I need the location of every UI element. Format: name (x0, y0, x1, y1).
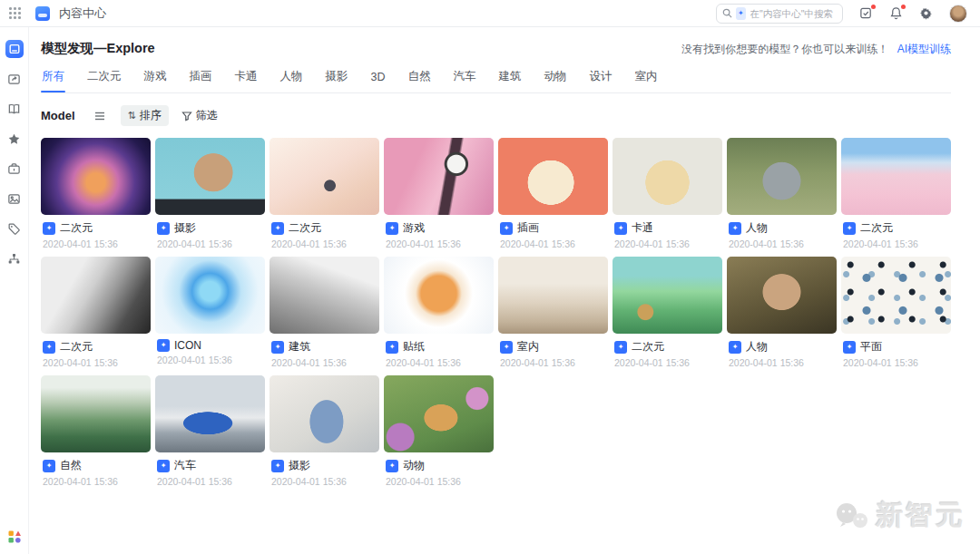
category-tab[interactable]: 人物 (279, 69, 304, 92)
model-thumbnail[interactable] (612, 138, 722, 215)
model-category-label: 插画 (517, 220, 539, 236)
topbar: 内容中心 ✦ (0, 0, 980, 27)
model-category-label: 游戏 (403, 220, 425, 236)
notifications-button[interactable] (889, 6, 903, 20)
model-card[interactable]: ✦ 二次元 2020-04-01 15:36 (612, 257, 722, 368)
model-type-icon: ✦ (500, 222, 513, 235)
sidebar-item-favorites[interactable] (5, 130, 24, 148)
model-card[interactable]: ✦ 汽车 2020-04-01 15:36 (155, 375, 265, 487)
search-box[interactable]: ✦ (716, 4, 843, 24)
model-card[interactable]: ✦ 二次元 2020-04-01 15:36 (41, 257, 151, 368)
category-tab[interactable]: 卡通 (234, 69, 259, 92)
category-tab[interactable]: 汽车 (452, 69, 476, 92)
model-card[interactable]: ✦ 游戏 2020-04-01 15:36 (384, 138, 494, 249)
model-card[interactable]: ✦ ICON 2020-04-01 15:36 (155, 257, 265, 368)
search-input[interactable] (750, 8, 837, 19)
model-thumbnail[interactable] (41, 138, 151, 215)
model-category-label: 自然 (60, 458, 82, 473)
model-category-label: 汽车 (174, 458, 196, 473)
model-thumbnail[interactable] (498, 257, 608, 334)
model-category-label: 动物 (403, 458, 425, 473)
model-card[interactable]: ✦ 平面 2020-04-01 15:36 (841, 257, 951, 368)
model-thumbnail[interactable] (41, 375, 151, 452)
model-card[interactable]: ✦ 建筑 2020-04-01 15:36 (270, 257, 379, 368)
filter-button[interactable]: 筛选 (181, 108, 218, 123)
model-category-label: 人物 (746, 220, 768, 236)
category-tab[interactable]: 游戏 (143, 69, 168, 92)
model-date: 2020-04-01 15:36 (43, 238, 149, 249)
model-thumbnail[interactable] (384, 375, 494, 452)
category-tab[interactable]: 动物 (543, 69, 567, 92)
category-tab[interactable]: 二次元 (86, 69, 122, 92)
model-type-icon: ✦ (157, 222, 170, 235)
toolbox-icon (7, 162, 21, 176)
model-card[interactable]: ✦ 贴纸 2020-04-01 15:36 (384, 257, 494, 368)
model-card[interactable]: ✦ 人物 2020-04-01 15:36 (727, 257, 837, 368)
category-tab[interactable]: 3D (370, 69, 387, 92)
model-thumbnail[interactable] (270, 375, 379, 452)
model-thumbnail[interactable] (498, 138, 608, 215)
model-category-label: 平面 (860, 339, 882, 355)
model-thumbnail[interactable] (612, 257, 722, 334)
sidebar-item-share[interactable] (5, 70, 24, 88)
user-avatar[interactable] (949, 5, 967, 23)
model-card[interactable]: ✦ 二次元 2020-04-01 15:36 (841, 138, 951, 249)
model-section-label: Model (41, 109, 75, 122)
model-thumbnail[interactable] (155, 138, 265, 215)
model-thumbnail[interactable] (841, 257, 951, 334)
sidebar-item-toolbox[interactable] (5, 160, 24, 178)
search-scope-icon: ✦ (736, 7, 746, 20)
settings-button[interactable] (919, 6, 933, 20)
model-card[interactable]: ✦ 摄影 2020-04-01 15:36 (270, 375, 379, 487)
model-card[interactable]: ✦ 卡通 2020-04-01 15:36 (612, 138, 722, 249)
model-card[interactable]: ✦ 插画 2020-04-01 15:36 (498, 138, 608, 249)
model-card[interactable]: ✦ 人物 2020-04-01 15:36 (727, 138, 837, 249)
model-card[interactable]: ✦ 室内 2020-04-01 15:36 (498, 257, 608, 368)
train-hint-text: 没有找到你想要的模型？你也可以来训练！ (681, 43, 888, 55)
category-tab[interactable]: 插画 (189, 69, 213, 92)
model-type-icon: ✦ (843, 341, 856, 354)
model-card[interactable]: ✦ 自然 2020-04-01 15:36 (41, 375, 151, 487)
list-view-icon[interactable] (93, 110, 106, 122)
main-content: 模型发现—Explore 没有找到你想要的模型？你也可以来训练！ AI模型训练 … (29, 27, 980, 554)
app-switcher-icon[interactable] (9, 7, 21, 19)
workspace-logo-icon[interactable] (8, 530, 21, 547)
model-card[interactable]: ✦ 动物 2020-04-01 15:36 (384, 375, 494, 487)
sidebar-item-library[interactable] (5, 100, 24, 118)
sidebar-item-tags[interactable] (5, 219, 24, 238)
model-thumbnail[interactable] (41, 257, 151, 334)
model-thumbnail[interactable] (155, 257, 265, 334)
model-card[interactable]: ✦ 摄影 2020-04-01 15:36 (155, 138, 265, 249)
category-tab[interactable]: 摄影 (325, 69, 349, 92)
sidebar-item-content-center[interactable] (5, 40, 24, 58)
model-type-icon: ✦ (271, 460, 284, 472)
model-thumbnail[interactable] (384, 257, 494, 334)
media-icon (7, 192, 21, 206)
model-date: 2020-04-01 15:36 (157, 476, 263, 487)
category-tab[interactable]: 自然 (407, 69, 431, 92)
sort-label: 排序 (140, 108, 162, 123)
model-date: 2020-04-01 15:36 (157, 238, 263, 249)
model-card[interactable]: ✦ 二次元 2020-04-01 15:36 (41, 138, 151, 249)
model-thumbnail[interactable] (384, 138, 494, 215)
category-tab[interactable]: 设计 (588, 69, 612, 92)
ai-model-training-link[interactable]: AI模型训练 (897, 43, 951, 55)
model-date: 2020-04-01 15:36 (271, 238, 377, 249)
model-category-label: 卡通 (632, 220, 653, 236)
model-type-icon: ✦ (386, 460, 398, 472)
model-thumbnail[interactable] (155, 375, 265, 452)
model-thumbnail[interactable] (841, 138, 951, 215)
sort-button[interactable]: ⇅ 排序 (121, 105, 169, 126)
category-tab[interactable]: 所有 (41, 69, 65, 92)
sidebar-item-structure[interactable] (5, 249, 24, 267)
model-category-label: 摄影 (174, 220, 196, 236)
model-thumbnail[interactable] (727, 138, 837, 215)
model-thumbnail[interactable] (270, 138, 379, 215)
category-tab[interactable]: 建筑 (497, 69, 522, 92)
category-tab[interactable]: 室内 (633, 69, 658, 92)
model-thumbnail[interactable] (727, 257, 837, 334)
tasks-button[interactable] (859, 6, 873, 20)
model-card[interactable]: ✦ 二次元 2020-04-01 15:36 (270, 138, 379, 249)
model-thumbnail[interactable] (270, 257, 379, 334)
sidebar-item-media[interactable] (5, 190, 24, 208)
